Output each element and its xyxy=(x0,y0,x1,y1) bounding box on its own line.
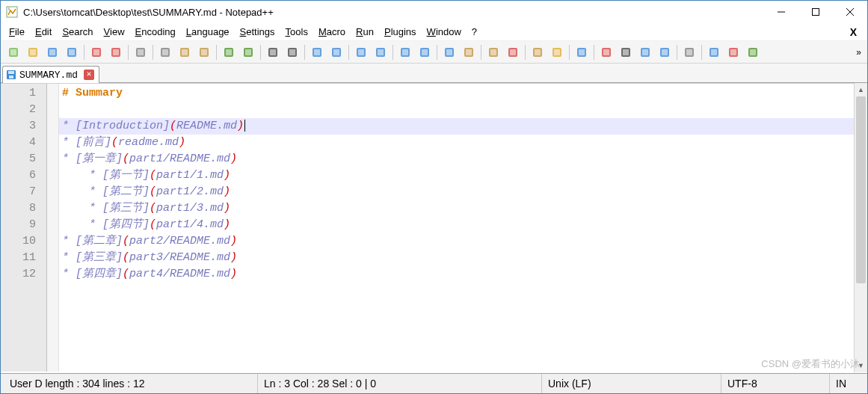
spell2-icon xyxy=(727,46,739,58)
close-file-button[interactable] xyxy=(87,43,105,61)
status-insert-mode[interactable]: IN xyxy=(830,374,864,393)
toolbar-overflow[interactable]: » xyxy=(853,47,864,58)
code-line[interactable]: # Summary xyxy=(59,85,867,102)
line-number: 5 xyxy=(1,151,46,167)
tab-summary-md[interactable]: SUMMARY.md ✕ xyxy=(2,66,99,83)
scroll-up-icon[interactable]: ▲ xyxy=(855,83,867,96)
function-list-button[interactable] xyxy=(529,43,547,61)
code-line[interactable]: * [第一章](part1/README.md) xyxy=(59,151,867,167)
code-line[interactable]: * [第一节](part1/1.md) xyxy=(59,167,867,184)
menu-encoding[interactable]: Encoding xyxy=(130,25,181,39)
maximize-button[interactable] xyxy=(798,1,833,23)
copy-icon xyxy=(179,46,191,58)
save-all-button[interactable] xyxy=(63,43,81,61)
menu-settings[interactable]: Settings xyxy=(235,25,280,39)
save-button[interactable] xyxy=(43,43,61,61)
status-eol[interactable]: Unix (LF) xyxy=(542,374,721,393)
menubar-x[interactable]: X xyxy=(843,26,864,38)
menu-view[interactable]: View xyxy=(99,25,130,39)
spell1-button[interactable] xyxy=(705,43,723,61)
menu-file[interactable]: File xyxy=(4,25,30,39)
undo-icon xyxy=(223,46,235,58)
close-button[interactable] xyxy=(833,1,867,23)
code-line[interactable]: * [第四章](part4/README.md) xyxy=(59,266,867,283)
line-number: 4 xyxy=(1,135,46,151)
menu-language[interactable]: Language xyxy=(181,25,235,39)
save-icon xyxy=(46,46,58,58)
spell2-button[interactable] xyxy=(724,43,742,61)
spell3-button[interactable] xyxy=(744,43,762,61)
toolbar-separator xyxy=(677,45,677,60)
line-number: 10 xyxy=(1,233,46,250)
zoom-in-button[interactable] xyxy=(308,43,326,61)
svg-rect-76 xyxy=(8,71,14,74)
code-line[interactable]: * [第二章](part2/README.md) xyxy=(59,233,867,250)
svg-rect-16 xyxy=(113,49,119,55)
zoom-out-button[interactable] xyxy=(327,43,345,61)
record-button[interactable] xyxy=(597,43,615,61)
doc-map-button[interactable] xyxy=(484,43,502,61)
menu-search[interactable]: Search xyxy=(57,25,98,39)
close-all-button[interactable] xyxy=(107,43,125,61)
menu-tools[interactable]: Tools xyxy=(280,25,313,39)
indent-guide-button[interactable] xyxy=(440,43,458,61)
status-encoding[interactable]: UTF-8 xyxy=(721,374,830,393)
folder-icon xyxy=(551,46,563,58)
lang-button[interactable] xyxy=(460,43,478,61)
play-button[interactable] xyxy=(636,43,654,61)
redo-button[interactable] xyxy=(239,43,257,61)
open-file-button[interactable] xyxy=(24,43,42,61)
undo-button[interactable] xyxy=(220,43,238,61)
tab-close-icon[interactable]: ✕ xyxy=(84,70,94,80)
code-line[interactable]: * [前言](readme.md) xyxy=(59,135,867,151)
monitor-icon xyxy=(576,46,588,58)
stop-button[interactable] xyxy=(617,43,635,61)
menu-run[interactable]: Run xyxy=(351,25,379,39)
folder-button[interactable] xyxy=(548,43,566,61)
scroll-down-icon[interactable]: ▼ xyxy=(855,359,867,372)
play-multi-button[interactable] xyxy=(656,43,674,61)
fold-margin xyxy=(47,84,59,372)
status-position: Ln : 3 Col : 28 Sel : 0 | 0 xyxy=(258,374,542,393)
toolbar-separator xyxy=(701,45,702,60)
svg-rect-22 xyxy=(182,49,188,55)
svg-rect-36 xyxy=(333,49,339,55)
svg-rect-64 xyxy=(642,49,648,55)
line-number: 1 xyxy=(1,85,46,102)
vertical-scrollbar[interactable]: ▲ ▼ xyxy=(854,83,867,372)
code-line[interactable]: * [Introduction](README.md) xyxy=(59,118,867,135)
find-button[interactable] xyxy=(264,43,282,61)
window-title: C:\Users\tomcat\Desktop\test\SUMMARY.md … xyxy=(23,7,764,18)
svg-rect-18 xyxy=(138,49,144,55)
replace-button[interactable] xyxy=(283,43,301,61)
menu-macro[interactable]: Macro xyxy=(313,25,351,39)
toolbar-separator xyxy=(128,45,129,60)
paste-button[interactable] xyxy=(195,43,213,61)
cut-button[interactable] xyxy=(156,43,174,61)
new-file-button[interactable] xyxy=(4,43,22,61)
minimize-button[interactable] xyxy=(764,1,798,23)
wrap-button[interactable] xyxy=(396,43,414,61)
copy-button[interactable] xyxy=(176,43,194,61)
sync-h-button[interactable] xyxy=(372,43,390,61)
doc-list-button[interactable] xyxy=(504,43,522,61)
scroll-thumb[interactable] xyxy=(856,96,866,283)
all-chars-button[interactable] xyxy=(416,43,434,61)
code-line[interactable]: * [第三章](part3/README.md) xyxy=(59,250,867,266)
scroll-track[interactable] xyxy=(855,96,867,359)
code-line[interactable]: * [第三节](part1/3.md) xyxy=(59,200,867,217)
code-line[interactable]: * [第四节](part1/4.md) xyxy=(59,217,867,233)
sync-v-button[interactable] xyxy=(352,43,370,61)
toolbar-separator xyxy=(569,45,570,60)
monitor-button[interactable] xyxy=(573,43,591,61)
code-line[interactable]: * [第二节](part1/2.md) xyxy=(59,184,867,200)
menu-edit[interactable]: Edit xyxy=(30,25,57,39)
print-button[interactable] xyxy=(132,43,150,61)
code-area[interactable]: # Summary * [Introduction](README.md)* [… xyxy=(59,84,867,372)
save-macro-button[interactable] xyxy=(680,43,698,61)
open-file-icon xyxy=(27,46,39,58)
menu-[interactable]: ? xyxy=(467,25,482,39)
menu-window[interactable]: Window xyxy=(422,25,467,39)
menu-plugins[interactable]: Plugins xyxy=(379,25,422,39)
code-line[interactable] xyxy=(59,102,867,118)
